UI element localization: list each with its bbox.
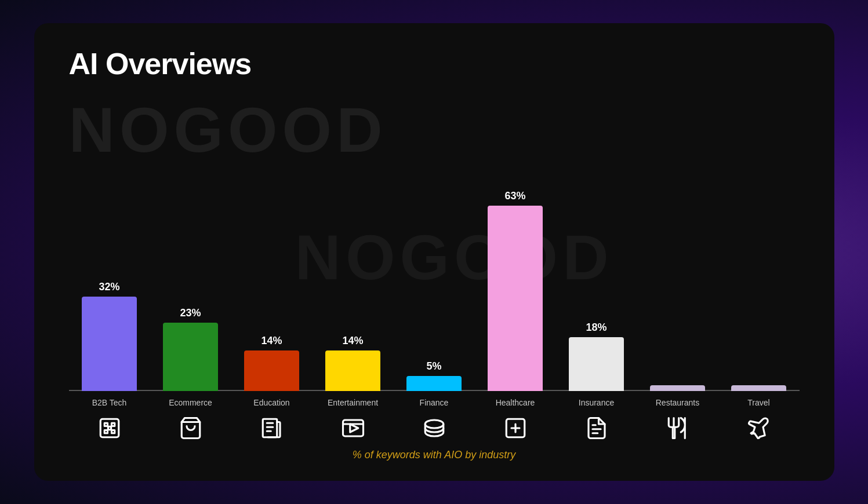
bar-value-education: 14% [261, 335, 282, 347]
bar-group-finance: 5% [394, 87, 475, 391]
industry-label-education: Education [253, 398, 289, 407]
subtitle-text: % of keywords with AIO by industry [353, 449, 515, 461]
bar-wrapper-restaurants [637, 87, 718, 391]
bar-value-b2b-tech: 32% [99, 281, 119, 293]
industry-label-healthcare: Healthcare [496, 398, 535, 407]
svg-rect-1 [104, 423, 107, 426]
bar-wrapper-education: 14% [231, 87, 313, 391]
bar-group-insurance: 18% [556, 87, 637, 391]
bar-finance [406, 376, 462, 391]
bar-wrapper-entertainment: 14% [313, 87, 394, 391]
bar-b2b-tech [82, 297, 137, 391]
bar-education [244, 350, 299, 391]
insurance-icon [582, 413, 612, 443]
bar-entertainment [325, 350, 380, 391]
finance-icon [419, 413, 449, 443]
bar-value-healthcare: 63% [504, 190, 525, 202]
industry-label-travel: Travel [747, 398, 769, 407]
bars-section: 32%23%14%14%5%63%18% [69, 87, 800, 391]
education-icon [257, 413, 287, 443]
bar-restaurants [650, 385, 705, 391]
ecommerce-icon [176, 413, 206, 443]
label-group-entertainment: Entertainment [313, 398, 394, 443]
label-group-restaurants: Restaurants [637, 398, 718, 443]
bar-wrapper-b2b-tech: 32% [69, 87, 150, 391]
industry-label-entertainment: Entertainment [328, 398, 378, 407]
svg-point-10 [425, 420, 444, 428]
labels-section: B2B TechEcommerceEducationEntertainmentF… [69, 391, 800, 443]
bar-healthcare [488, 206, 543, 391]
bar-group-b2b-tech: 32% [69, 87, 150, 391]
svg-rect-5 [108, 426, 111, 429]
label-group-healthcare: Healthcare [475, 398, 556, 443]
industry-label-insurance: Insurance [579, 398, 614, 407]
bar-wrapper-ecommerce: 23% [150, 87, 231, 391]
bar-wrapper-insurance: 18% [556, 87, 637, 391]
label-group-education: Education [231, 398, 313, 443]
label-group-travel: Travel [718, 398, 800, 443]
bar-value-insurance: 18% [586, 322, 606, 334]
label-group-ecommerce: Ecommerce [150, 398, 231, 443]
bar-value-finance: 5% [426, 360, 441, 372]
bar-group-education: 14% [231, 87, 313, 391]
bar-insurance [569, 337, 624, 391]
svg-rect-3 [111, 423, 114, 426]
bar-ecommerce [163, 323, 218, 391]
industry-label-restaurants: Restaurants [656, 398, 699, 407]
svg-rect-2 [104, 430, 107, 433]
bar-wrapper-finance: 5% [394, 87, 475, 391]
chart-area: 32%23%14%14%5%63%18% B2B TechEcommerceEd… [69, 87, 800, 443]
page-title: AI Overviews [69, 46, 800, 81]
bar-group-restaurants [637, 87, 718, 391]
b2b-tech-icon [95, 413, 125, 443]
bar-group-ecommerce: 23% [150, 87, 231, 391]
restaurants-icon [663, 413, 693, 443]
travel-icon [744, 413, 774, 443]
footer-note: % of keywords with AIO by industry [69, 443, 800, 463]
svg-rect-0 [100, 419, 119, 437]
bar-wrapper-travel [718, 87, 800, 391]
bar-group-healthcare: 63% [475, 87, 556, 391]
bar-value-ecommerce: 23% [180, 307, 201, 319]
industry-label-b2b-tech: B2B Tech [92, 398, 127, 407]
svg-rect-4 [111, 430, 114, 433]
label-group-b2b-tech: B2B Tech [69, 398, 150, 443]
svg-rect-8 [343, 420, 363, 436]
bar-group-entertainment: 14% [313, 87, 394, 391]
entertainment-icon [338, 413, 368, 443]
bar-wrapper-healthcare: 63% [475, 87, 556, 391]
label-group-finance: Finance [394, 398, 475, 443]
svg-rect-7 [263, 419, 277, 437]
bar-group-travel [718, 87, 800, 391]
label-group-insurance: Insurance [556, 398, 637, 443]
industry-label-finance: Finance [420, 398, 449, 407]
bar-value-entertainment: 14% [342, 335, 363, 347]
healthcare-icon [500, 413, 531, 443]
industry-label-ecommerce: Ecommerce [169, 398, 212, 407]
bar-travel [731, 385, 786, 391]
main-card: NOGOOD NOGOOD AI Overviews 32%23%14%14%5… [34, 23, 834, 481]
